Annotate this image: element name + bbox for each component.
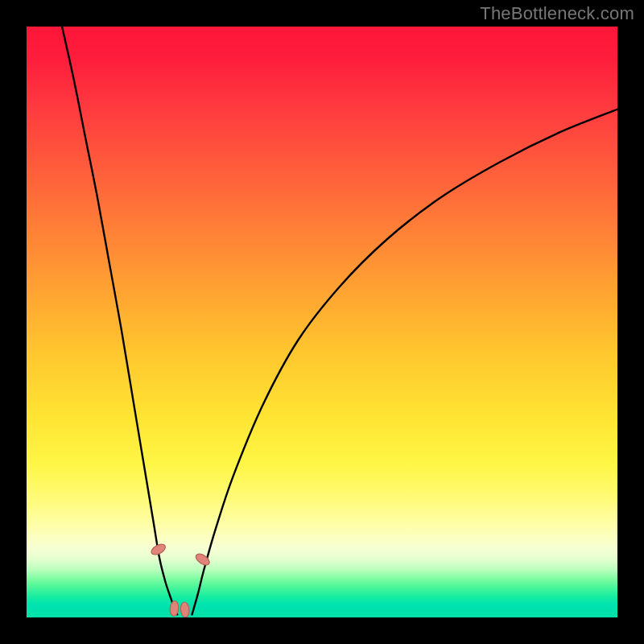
plot-area: [27, 27, 617, 617]
watermark-text: TheBottleneck.com: [480, 3, 634, 24]
right-curve-path: [192, 109, 617, 615]
chart-container: TheBottleneck.com: [0, 0, 644, 644]
curves-svg: [27, 27, 617, 617]
left-curve-path: [62, 27, 177, 614]
data-marker: [180, 602, 190, 617]
